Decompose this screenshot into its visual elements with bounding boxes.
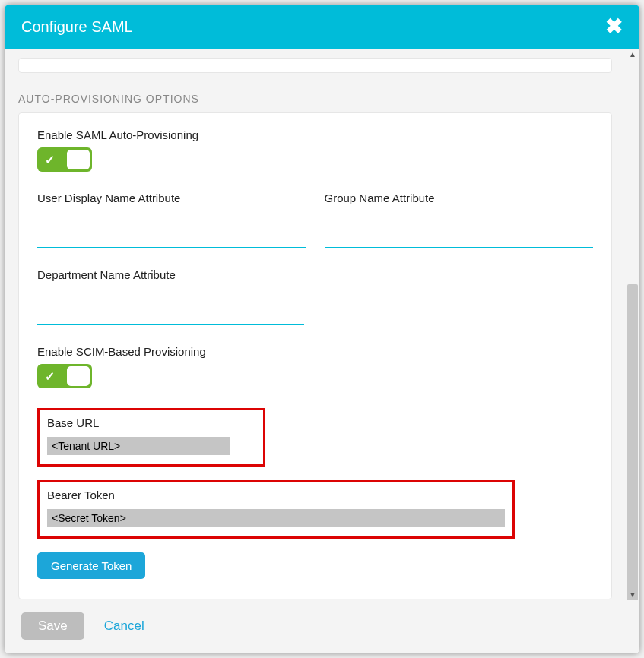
modal-header: Configure SAML ✖	[5, 5, 639, 49]
generate-token-button[interactable]: Generate Token	[37, 552, 145, 579]
scroll-down-icon[interactable]: ▼	[626, 590, 639, 599]
enable-scim-label: Enable SCIM-Based Provisioning	[37, 345, 593, 358]
group-name-label: Group Name Attribute	[325, 191, 594, 204]
base-url-field[interactable]	[47, 437, 230, 455]
enable-saml-label: Enable SAML Auto-Provisioning	[37, 128, 593, 141]
bearer-token-field[interactable]	[47, 509, 505, 527]
base-url-label: Base URL	[47, 416, 255, 429]
department-name-label: Department Name Attribute	[37, 268, 304, 281]
attribute-row: User Display Name Attribute Group Name A…	[37, 191, 593, 248]
cancel-link[interactable]: Cancel	[104, 618, 144, 634]
save-button[interactable]: Save	[21, 612, 84, 640]
scroll-thumb[interactable]	[627, 284, 638, 600]
toggle-knob	[67, 366, 90, 386]
modal-title: Configure SAML	[21, 18, 133, 36]
auto-provisioning-card: Enable SAML Auto-Provisioning ✓ User Dis…	[18, 112, 612, 599]
toggle-knob	[67, 150, 90, 169]
section-heading: AUTO-PROVISIONING OPTIONS	[18, 93, 612, 105]
bearer-token-label: Bearer Token	[47, 489, 505, 501]
enable-scim-toggle[interactable]: ✓	[37, 364, 92, 388]
check-icon: ✓	[45, 369, 55, 384]
modal-footer: Save Cancel	[5, 600, 639, 653]
close-icon[interactable]: ✖	[605, 16, 623, 37]
department-name-input[interactable]	[37, 301, 304, 325]
previous-section-card	[18, 58, 612, 73]
modal-body: AUTO-PROVISIONING OPTIONS Enable SAML Au…	[5, 49, 626, 600]
department-row: Department Name Attribute	[37, 268, 593, 325]
scrollbar[interactable]: ▲ ▼	[626, 49, 639, 600]
user-display-name-label: User Display Name Attribute	[37, 191, 306, 204]
modal-body-wrap: AUTO-PROVISIONING OPTIONS Enable SAML Au…	[5, 49, 639, 600]
enable-saml-toggle[interactable]: ✓	[37, 147, 92, 172]
user-display-name-input[interactable]	[37, 224, 306, 248]
check-icon: ✓	[45, 153, 55, 167]
group-name-input[interactable]	[325, 224, 594, 248]
configure-saml-modal: Configure SAML ✖ AUTO-PROVISIONING OPTIO…	[5, 5, 639, 653]
scroll-up-icon[interactable]: ▲	[626, 50, 639, 59]
base-url-highlight: Base URL	[37, 408, 265, 467]
bearer-token-highlight: Bearer Token	[37, 480, 515, 539]
